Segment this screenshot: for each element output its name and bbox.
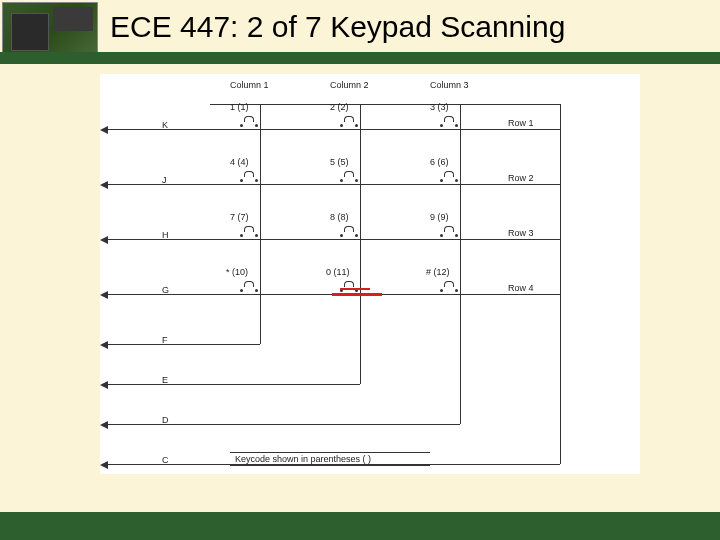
pin-g: G: [162, 285, 169, 295]
key-3-label: 3 (3): [430, 102, 449, 112]
keycode-note: Keycode shown in parentheses ( ): [235, 454, 371, 464]
highlight-0-key-2: [340, 288, 370, 290]
key-star: [240, 281, 258, 293]
key-9-num: 9: [430, 212, 435, 222]
row-label-2: Row 2: [508, 173, 534, 183]
pin-c: C: [162, 455, 169, 465]
key-star-label: * (10): [226, 267, 248, 277]
col-v-3: [460, 104, 461, 324]
row-line-k: [108, 129, 560, 130]
pin-f: F: [162, 335, 168, 345]
key-8-label: 8 (8): [330, 212, 349, 222]
pin-j: J: [162, 175, 167, 185]
row-label-4: Row 4: [508, 283, 534, 293]
row-label-1: Row 1: [508, 118, 534, 128]
box-right: [560, 104, 561, 464]
slide-header: ECE 447: 2 of 7 Keypad Scanning: [0, 0, 720, 64]
key-6-num: 6: [430, 157, 435, 167]
pin-h: H: [162, 230, 169, 240]
key-star-num: *: [226, 267, 230, 277]
col-label-3: Column 3: [430, 80, 469, 90]
col-label-1: Column 1: [230, 80, 269, 90]
key-2-code: (2): [338, 102, 349, 112]
key-hash-label: # (12): [426, 267, 450, 277]
key-1-label: 1 (1): [230, 102, 249, 112]
pin-k: K: [162, 120, 168, 130]
key-0-code: (11): [334, 267, 350, 277]
key-2-num: 2: [330, 102, 335, 112]
key-4-label: 4 (4): [230, 157, 249, 167]
key-9: [440, 226, 458, 238]
footer-stripe: [0, 512, 720, 540]
row-line-h: [108, 239, 560, 240]
key-9-code: (9): [438, 212, 449, 222]
key-2-label: 2 (2): [330, 102, 349, 112]
key-5: [340, 171, 358, 183]
key-5-num: 5: [330, 157, 335, 167]
key-0-label: 0 (11): [326, 267, 350, 277]
route-c3: [460, 324, 461, 424]
arrow-e: [100, 381, 108, 389]
arrow-c: [100, 461, 108, 469]
arrow-k: [100, 126, 108, 134]
key-5-code: (5): [338, 157, 349, 167]
col-v-1: [260, 104, 261, 324]
row-label-3: Row 3: [508, 228, 534, 238]
arrow-g: [100, 291, 108, 299]
key-9-label: 9 (9): [430, 212, 449, 222]
arrow-d: [100, 421, 108, 429]
key-3: [440, 116, 458, 128]
box-top: [210, 104, 560, 105]
key-8: [340, 226, 358, 238]
key-6-code: (6): [438, 157, 449, 167]
key-7-code: (7): [238, 212, 249, 222]
slide-title: ECE 447: 2 of 7 Keypad Scanning: [110, 10, 565, 44]
pin-e: E: [162, 375, 168, 385]
highlight-0-key: [332, 293, 382, 296]
key-3-num: 3: [430, 102, 435, 112]
key-1-num: 1: [230, 102, 235, 112]
keypad-diagram: Column 1 Column 2 Column 3 K Row 1 J Row…: [100, 74, 640, 474]
key-1: [240, 116, 258, 128]
pin-d: D: [162, 415, 169, 425]
key-7: [240, 226, 258, 238]
key-0-num: 0: [326, 267, 331, 277]
chip2-icon: [53, 7, 93, 31]
key-hash-num: #: [426, 267, 431, 277]
route-c1h: [175, 344, 260, 345]
key-8-num: 8: [330, 212, 335, 222]
route-c1: [260, 324, 261, 344]
key-7-num: 7: [230, 212, 235, 222]
diagram-area: Column 1 Column 2 Column 3 K Row 1 J Row…: [100, 74, 640, 474]
arrow-f: [100, 341, 108, 349]
key-2: [340, 116, 358, 128]
key-7-label: 7 (7): [230, 212, 249, 222]
key-0: [340, 281, 358, 293]
key-1-code: (1): [238, 102, 249, 112]
header-stripe: [0, 52, 720, 60]
key-4-num: 4: [230, 157, 235, 167]
route-c2h: [175, 384, 360, 385]
row-line-j: [108, 184, 560, 185]
key-4: [240, 171, 258, 183]
arrow-h: [100, 236, 108, 244]
key-6-label: 6 (6): [430, 157, 449, 167]
route-c3h: [175, 424, 460, 425]
col-v-2: [360, 104, 361, 324]
key-8-code: (8): [338, 212, 349, 222]
key-3-code: (3): [438, 102, 449, 112]
col-label-2: Column 2: [330, 80, 369, 90]
key-5-label: 5 (5): [330, 157, 349, 167]
chip-icon: [11, 13, 49, 51]
key-4-code: (4): [238, 157, 249, 167]
route-c2: [360, 324, 361, 384]
key-6: [440, 171, 458, 183]
key-star-code: (10): [232, 267, 248, 277]
key-hash-code: (12): [434, 267, 450, 277]
arrow-j: [100, 181, 108, 189]
key-hash: [440, 281, 458, 293]
